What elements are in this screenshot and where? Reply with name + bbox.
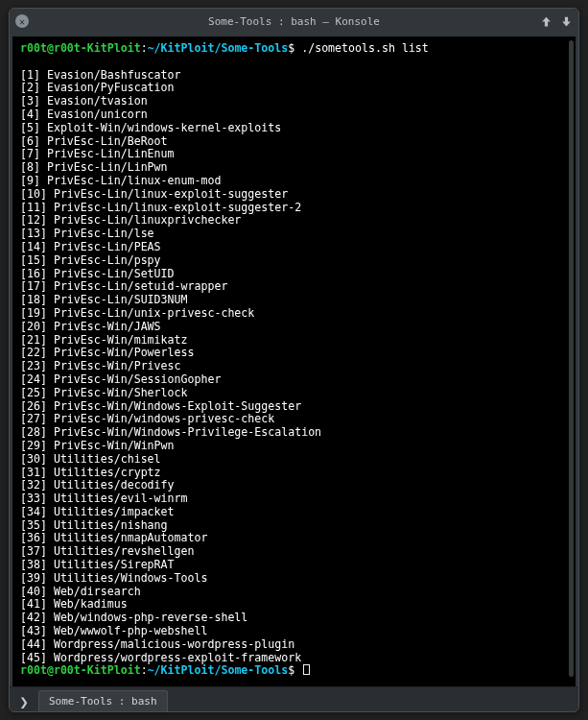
prompt-host: r00t-KitPloit [54, 663, 141, 677]
tab-some-tools[interactable]: Some-Tools : bash [38, 690, 168, 711]
terminal-output: r00t@r00t-KitPloit:~/KitPloit/Some-Tools… [12, 36, 576, 682]
list-item: [30] Utilities/chisel [20, 452, 161, 466]
list-item: [36] Utilities/nmapAutomator [20, 531, 207, 544]
minimize-icon[interactable] [560, 15, 573, 28]
list-item: [24] PrivEsc-Win/SessionGopher [20, 372, 221, 386]
list-item: [28] PrivEsc-Win/Windows-Privilege-Escal… [20, 425, 321, 439]
list-item: [42] Web/windows-php-reverse-shell [20, 611, 247, 624]
list-item: [44] Wordpress/malicious-wordpress-plugi… [20, 637, 294, 651]
konsole-window: ✕ Some-Tools : bash — Konsole r00t@r00t-… [9, 8, 579, 712]
list-item: [7] PrivEsc-Lin/LinEnum [20, 147, 175, 160]
list-item: [23] PrivEsc-Win/Privesc [20, 359, 181, 372]
list-item: [1] Evasion/Bashfuscator [20, 68, 181, 82]
list-item: [40] Web/dirsearch [20, 585, 141, 598]
list-item: [12] PrivEsc-Lin/linuxprivchecker [20, 213, 241, 227]
list-item: [45] Wordpress/wordpress-exploit-framewo… [20, 651, 301, 664]
prompt-command: ./sometools.sh list [301, 41, 429, 55]
list-item: [14] PrivEsc-Lin/PEAS [20, 240, 161, 253]
list-item: [19] PrivEsc-Lin/unix-privesc-check [20, 306, 254, 320]
prompt-host: r00t-KitPloit [54, 41, 141, 55]
new-tab-button[interactable]: ❯ [13, 692, 35, 711]
terminal-viewport[interactable]: r00t@r00t-KitPloit:~/KitPloit/Some-Tools… [12, 36, 576, 686]
list-item: [18] PrivEsc-Lin/SUID3NUM [20, 293, 188, 306]
list-item: [21] PrivEsc-Win/mimikatz [20, 333, 188, 347]
list-item: [17] PrivEsc-Lin/setuid-wrapper [20, 279, 227, 293]
window-title: Some-Tools : bash — Konsole [10, 15, 578, 28]
list-item: [8] PrivEsc-Lin/LinPwn [20, 160, 168, 174]
keep-above-icon[interactable] [540, 15, 553, 28]
list-item: [22] PrivEsc-Win/Powerless [20, 346, 194, 359]
list-item: [29] PrivEsc-Win/WinPwn [20, 439, 175, 452]
tabbar: ❯ Some-Tools : bash [10, 686, 578, 711]
list-item: [43] Web/wwwolf-php-webshell [20, 624, 207, 637]
list-item: [38] Utilities/SirepRAT [20, 558, 175, 571]
list-item: [34] Utilities/impacket [20, 505, 175, 518]
list-item: [31] Utilities/cryptz [20, 466, 161, 479]
list-item: [37] Utilities/revshellgen [20, 544, 194, 558]
list-item: [20] PrivEsc-Win/JAWS [20, 320, 161, 333]
list-item: [13] PrivEsc-Lin/lse [20, 227, 154, 240]
list-item: [11] PrivEsc-Lin/linux-exploit-suggester… [20, 201, 301, 214]
prompt-path: ~/KitPloit/Some-Tools [148, 41, 289, 55]
list-item: [5] Exploit-Win/windows-kernel-exploits [20, 121, 281, 134]
list-item: [9] PrivEsc-Lin/linux-enum-mod [20, 174, 221, 187]
prompt-user: r00t [20, 41, 47, 55]
list-item: [39] Utilities/Windows-Tools [20, 571, 207, 585]
cursor [303, 664, 310, 675]
prompt-user: r00t [20, 663, 47, 677]
list-item: [3] Evasion/tvasion [20, 94, 148, 108]
list-item: [4] Evasion/unicorn [20, 108, 148, 121]
titlebar: ✕ Some-Tools : bash — Konsole [10, 9, 578, 34]
list-item: [2] Evasion/PyFuscation [20, 81, 175, 94]
list-item: [6] PrivEsc-Lin/BeRoot [20, 134, 168, 148]
list-item: [26] PrivEsc-Win/Windows-Exploit-Suggest… [20, 399, 301, 413]
list-item: [15] PrivEsc-Lin/pspy [20, 253, 161, 267]
list-item: [33] Utilities/evil-winrm [20, 492, 188, 505]
list-item: [27] PrivEsc-Win/windows-privesc-check [20, 412, 274, 425]
list-item: [41] Web/kadimus [20, 597, 128, 611]
scrollbar[interactable] [569, 40, 574, 677]
close-icon[interactable]: ✕ [15, 14, 29, 28]
list-item: [32] Utilities/decodify [20, 478, 175, 492]
prompt-path: ~/KitPloit/Some-Tools [148, 663, 289, 677]
list-item: [16] PrivEsc-Lin/SetUID [20, 267, 175, 280]
list-item: [35] Utilities/nishang [20, 518, 168, 532]
list-item: [10] PrivEsc-Lin/linux-exploit-suggester [20, 187, 288, 201]
list-item: [25] PrivEsc-Win/Sherlock [20, 386, 188, 399]
